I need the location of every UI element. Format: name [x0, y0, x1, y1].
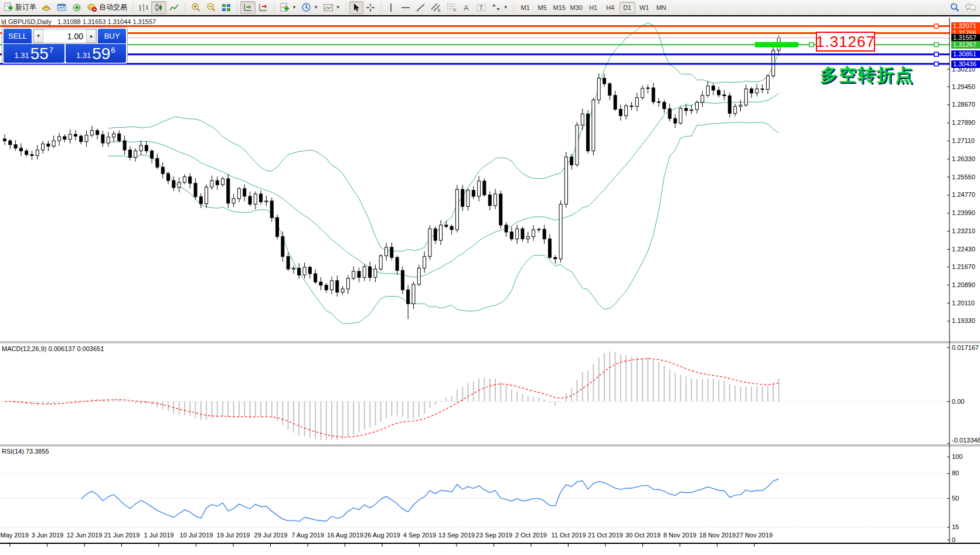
candle-body — [564, 157, 567, 205]
candle-body — [417, 268, 420, 285]
buy-button[interactable]: BUY — [98, 29, 126, 43]
community-button[interactable] — [962, 1, 979, 14]
candle-body — [717, 90, 720, 95]
toolbar-grip — [183, 2, 186, 13]
volume-increase-button[interactable]: ▲ — [86, 29, 96, 43]
tf-button-H4[interactable]: H4 — [603, 2, 618, 13]
candle-body — [483, 181, 486, 195]
tf-button-MN[interactable]: MN — [654, 2, 669, 13]
crosshair-tool-button[interactable] — [363, 1, 377, 14]
candle-body — [341, 289, 344, 292]
channel-tool-button[interactable]: E — [428, 1, 444, 14]
candle-body — [472, 190, 475, 196]
date-label: 23 Sep 2019 — [476, 532, 512, 539]
candle-body — [331, 281, 334, 290]
candle-body — [363, 267, 366, 277]
volume-input[interactable] — [43, 29, 86, 43]
bar-chart-mode-button[interactable] — [136, 1, 151, 14]
candle-body — [69, 134, 72, 139]
tile-windows-button[interactable] — [219, 1, 234, 14]
fibonacci-tool-button[interactable]: F — [444, 1, 460, 14]
terminal-button[interactable] — [54, 1, 69, 14]
candle-body — [516, 229, 519, 239]
horizontal-line-tool-button[interactable] — [398, 1, 413, 14]
volume-decrease-button[interactable]: ▼ — [33, 29, 43, 43]
candle-body — [663, 103, 666, 109]
macd-scale-label: 0.00 — [952, 398, 964, 406]
candle-body — [161, 167, 164, 173]
price-scale-label: 1.23210 — [952, 227, 975, 235]
vertical-line-tool-button[interactable] — [384, 1, 398, 14]
highlight-bar[interactable] — [755, 42, 798, 47]
date-label: 21 Jun 2019 — [104, 532, 140, 539]
cn-annotation-text[interactable]: 多空转折点 — [820, 63, 914, 87]
chart-shift-button[interactable] — [256, 1, 271, 14]
text-tool-button[interactable]: A — [460, 1, 474, 14]
bollinger-lower-band — [108, 122, 779, 324]
charts-button[interactable] — [39, 1, 54, 14]
tf-button-M30[interactable]: M30 — [569, 2, 584, 13]
dropdown-caret: ▼ — [503, 5, 508, 10]
date-label: 13 Sep 2019 — [438, 532, 475, 539]
auto-trading-button[interactable]: 自动交易 — [84, 1, 130, 14]
candle-body — [423, 257, 426, 268]
trendline-tool-button[interactable] — [413, 1, 428, 14]
candle-body — [156, 158, 159, 167]
tf-button-M5[interactable]: M5 — [535, 2, 550, 13]
search-button[interactable] — [947, 1, 962, 14]
candle-body — [194, 183, 197, 197]
candle-body — [134, 151, 137, 158]
candle-body — [369, 267, 372, 277]
signal-icon — [72, 3, 82, 12]
mt4-window: { "toolbar": { "new_order": "新订单", "auto… — [0, 0, 980, 555]
vertical-line-icon — [387, 3, 395, 12]
indicators-button[interactable]: ▼ — [277, 1, 299, 14]
search-icon — [950, 2, 960, 13]
candle-body — [499, 194, 502, 225]
price-scale-label: 1.27110 — [952, 137, 975, 145]
new-order-button[interactable]: 新订单 — [1, 1, 39, 14]
buy-price-display[interactable]: 1.31596 — [66, 44, 127, 63]
tf-button-H1[interactable]: H1 — [586, 2, 601, 13]
auto-scroll-button[interactable] — [240, 1, 256, 14]
cursor-tool-button[interactable] — [349, 1, 363, 14]
candle-body — [113, 134, 115, 137]
tf-button-M15[interactable]: M15 — [552, 2, 567, 13]
candle-body — [679, 108, 682, 123]
zoom-out-button[interactable] — [203, 1, 219, 14]
horizontal-line-icon — [400, 3, 411, 12]
tf-button-M1[interactable]: M1 — [518, 2, 533, 13]
sell-price-display[interactable]: 1.31557 — [4, 44, 64, 63]
candle-body — [265, 201, 268, 202]
line-chart-mode-button[interactable] — [166, 1, 182, 14]
arrows-tool-button[interactable]: ▼ — [489, 1, 511, 14]
hline-handle[interactable] — [934, 43, 938, 47]
candle-body — [521, 229, 524, 239]
terminal-icon — [56, 3, 67, 12]
sell-button[interactable]: SELL — [4, 29, 32, 43]
price-callout-box[interactable]: 1.31267 — [816, 32, 875, 52]
candle-body — [303, 267, 306, 275]
periods-button[interactable]: ▼ — [299, 1, 321, 14]
templates-button[interactable]: ▼ — [321, 1, 343, 14]
tf-button-D1[interactable]: D1 — [620, 2, 635, 13]
hline-handle[interactable] — [934, 24, 938, 28]
candle-body — [85, 135, 88, 142]
date-label: 24 May 2019 — [0, 532, 29, 539]
zoom-out-icon — [206, 2, 216, 12]
chart-canvas[interactable] — [0, 16, 980, 555]
candle-body — [90, 131, 93, 135]
volume-box: ▼ ▲ — [33, 29, 97, 43]
candlestick-mode-button[interactable] — [151, 1, 166, 14]
zoom-in-button[interactable] — [188, 1, 203, 14]
candle-body — [358, 271, 360, 277]
hline-handle[interactable] — [934, 52, 938, 56]
candle-body — [178, 182, 181, 188]
hline-handle[interactable] — [934, 62, 938, 66]
callout-handle[interactable] — [809, 43, 814, 47]
date-label: 26 Aug 2019 — [364, 532, 400, 539]
signals-button[interactable] — [69, 1, 84, 14]
label-tool-button[interactable]: T — [474, 1, 489, 14]
tf-button-W1[interactable]: W1 — [637, 2, 652, 13]
chart-window[interactable]: GBPUSD,Daily1.31088 1.31653 1.31044 1.31… — [0, 15, 980, 555]
